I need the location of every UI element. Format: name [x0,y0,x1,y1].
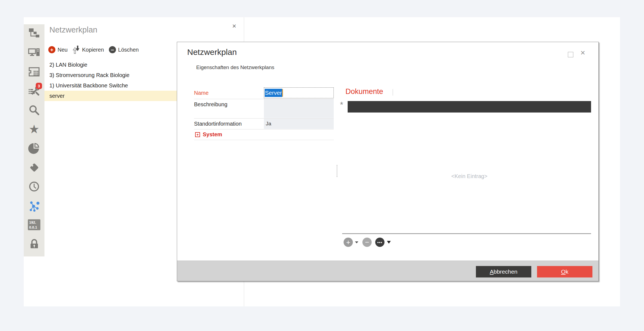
asterisk-icon: * [340,100,343,109]
panel-toolbar: + Neu Kopieren − Löschen [48,46,139,54]
sidebar-item-reports[interactable] [28,142,40,154]
sidebar-item-search[interactable] [28,104,40,116]
sidebar-item-tools[interactable]: 3 [28,85,40,97]
document-more-button[interactable]: ••• [375,238,384,247]
delete-button[interactable]: − Löschen [109,46,139,53]
description-label: Beschreibung [194,101,227,108]
dialog-footer: Abbrechen Ok [177,261,598,281]
description-field[interactable] [264,99,334,118]
network-plan-icon [28,28,40,40]
document-remove-button[interactable]: − [362,238,372,247]
copy-icon [73,45,80,54]
sidebar-item-security[interactable] [28,238,40,250]
ip-line-1: 192. [29,220,40,225]
sidebar-item-favorites[interactable]: ★ [28,123,40,135]
sidebar: 3 ★ [24,24,44,256]
row-separator [194,129,334,129]
panel-title: Netzwerkplan [49,25,97,34]
search-icon [28,104,40,116]
location-info-label: Standortinformation [194,121,242,127]
documents-empty-text: <Kein Eintrag> [348,173,591,179]
text-cursor [282,89,283,97]
location-info-field[interactable]: Ja [264,119,334,129]
pie-chart-icon [28,142,40,154]
new-button[interactable]: + Neu [48,46,68,53]
splitter-handle[interactable] [337,165,337,177]
name-label: Name [194,90,208,96]
topology-icon [28,200,40,212]
sidebar-item-floor-plan[interactable] [28,66,40,78]
clock-icon [28,181,40,193]
documents-redacted-row [348,101,591,113]
name-field[interactable]: Server [264,87,334,98]
star-icon: ★ [29,123,39,135]
documents-toolbar-separator [342,233,591,234]
sidebar-item-topology[interactable] [28,200,40,212]
remove-icon: − [109,46,116,53]
application-window: 3 ★ [24,17,620,306]
ip-address-icon: 192. 0.0.1 [28,219,40,230]
add-icon: + [48,46,55,53]
delete-button-label: Löschen [118,47,139,53]
sidebar-item-network-plan[interactable] [28,28,40,40]
add-dropdown-caret-icon[interactable] [355,241,358,243]
document-add-button[interactable]: + [344,238,353,247]
group-separator [194,140,334,140]
name-field-selected-text: Server [265,89,282,97]
dialog-title: Netzwerkplan [187,48,237,57]
ok-button[interactable]: Ok [537,266,592,277]
copy-button[interactable]: Kopieren [73,45,104,54]
ip-line-2: 0.0.1 [29,225,40,230]
documents-heading: Dokumente [345,87,383,96]
close-icon[interactable]: × [580,48,585,57]
system-group-header[interactable]: + System [195,131,222,138]
copy-button-label: Kopieren [82,47,104,53]
floor-plan-icon [28,66,40,78]
dialog-subtitle: Eigenschaften des Netzwerkplans [196,64,274,70]
tools-badge: 3 [36,83,42,89]
lock-icon [28,238,40,250]
netzwerkplan-dialog: Netzwerkplan Eigenschaften des Netzwerkp… [177,42,599,281]
documents-heading-cursor [393,89,393,96]
sidebar-item-workstation[interactable] [28,47,40,59]
system-group-label: System [203,131,222,138]
expand-icon[interactable]: + [195,132,200,137]
sidebar-item-tags[interactable] [28,161,40,173]
tag-icon [28,161,40,173]
more-dropdown-caret-icon[interactable] [387,241,391,244]
cancel-button[interactable]: Abbrechen [476,266,531,277]
sidebar-item-history[interactable] [28,181,40,193]
new-button-label: Neu [58,47,68,53]
panel-close-icon[interactable]: × [232,22,236,30]
maximize-icon[interactable] [568,52,573,57]
workstation-icon [28,47,40,59]
sidebar-item-ip-addresses[interactable]: 192. 0.0.1 [28,219,40,231]
